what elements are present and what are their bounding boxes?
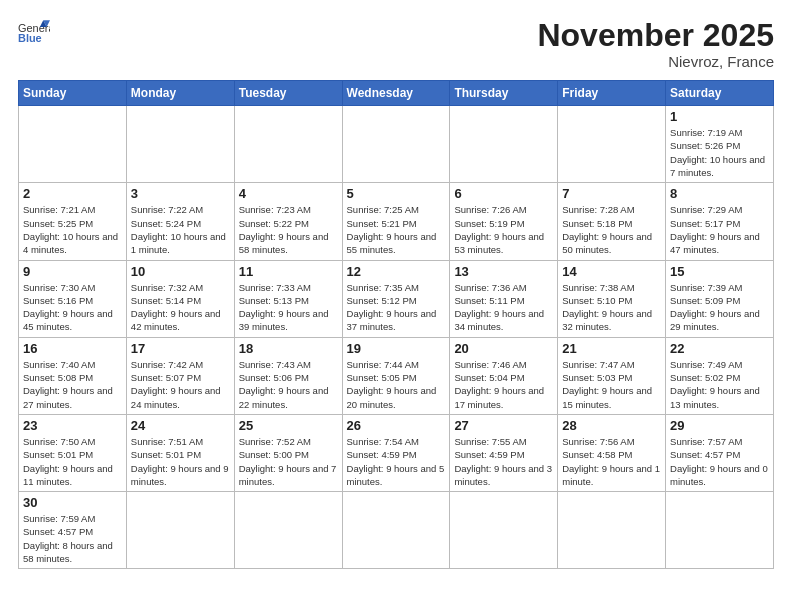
- day-info: Sunrise: 7:26 AMSunset: 5:19 PMDaylight:…: [454, 203, 553, 256]
- calendar-week-row: 23Sunrise: 7:50 AMSunset: 5:01 PMDayligh…: [19, 414, 774, 491]
- calendar-day-cell: [666, 492, 774, 569]
- calendar-table: SundayMondayTuesdayWednesdayThursdayFrid…: [18, 80, 774, 569]
- calendar-day-cell: 3Sunrise: 7:22 AMSunset: 5:24 PMDaylight…: [126, 183, 234, 260]
- calendar-day-cell: 27Sunrise: 7:55 AMSunset: 4:59 PMDayligh…: [450, 414, 558, 491]
- day-info: Sunrise: 7:29 AMSunset: 5:17 PMDaylight:…: [670, 203, 769, 256]
- day-of-week-header: Friday: [558, 81, 666, 106]
- day-number: 9: [23, 264, 122, 279]
- day-number: 2: [23, 186, 122, 201]
- day-number: 5: [347, 186, 446, 201]
- day-number: 29: [670, 418, 769, 433]
- svg-text:Blue: Blue: [18, 32, 42, 44]
- day-number: 22: [670, 341, 769, 356]
- day-info: Sunrise: 7:56 AMSunset: 4:58 PMDaylight:…: [562, 435, 661, 488]
- day-number: 19: [347, 341, 446, 356]
- header: General Blue November 2025 Nievroz, Fran…: [18, 18, 774, 70]
- calendar-day-cell: [558, 492, 666, 569]
- month-title: November 2025: [537, 18, 774, 53]
- calendar-day-cell: 23Sunrise: 7:50 AMSunset: 5:01 PMDayligh…: [19, 414, 127, 491]
- generalblue-logo-icon: General Blue: [18, 18, 50, 46]
- calendar-day-cell: 2Sunrise: 7:21 AMSunset: 5:25 PMDaylight…: [19, 183, 127, 260]
- calendar-day-cell: 18Sunrise: 7:43 AMSunset: 5:06 PMDayligh…: [234, 337, 342, 414]
- calendar-day-cell: 25Sunrise: 7:52 AMSunset: 5:00 PMDayligh…: [234, 414, 342, 491]
- day-info: Sunrise: 7:52 AMSunset: 5:00 PMDaylight:…: [239, 435, 338, 488]
- day-number: 16: [23, 341, 122, 356]
- day-number: 23: [23, 418, 122, 433]
- calendar-week-row: 30Sunrise: 7:59 AMSunset: 4:57 PMDayligh…: [19, 492, 774, 569]
- calendar-day-cell: 4Sunrise: 7:23 AMSunset: 5:22 PMDaylight…: [234, 183, 342, 260]
- day-number: 10: [131, 264, 230, 279]
- day-number: 20: [454, 341, 553, 356]
- calendar-day-cell: 17Sunrise: 7:42 AMSunset: 5:07 PMDayligh…: [126, 337, 234, 414]
- day-info: Sunrise: 7:35 AMSunset: 5:12 PMDaylight:…: [347, 281, 446, 334]
- day-of-week-header: Saturday: [666, 81, 774, 106]
- day-number: 18: [239, 341, 338, 356]
- calendar-day-cell: [342, 492, 450, 569]
- logo: General Blue: [18, 18, 50, 46]
- day-info: Sunrise: 7:59 AMSunset: 4:57 PMDaylight:…: [23, 512, 122, 565]
- calendar-day-cell: [450, 492, 558, 569]
- calendar-day-cell: 19Sunrise: 7:44 AMSunset: 5:05 PMDayligh…: [342, 337, 450, 414]
- day-info: Sunrise: 7:30 AMSunset: 5:16 PMDaylight:…: [23, 281, 122, 334]
- calendar-day-cell: [342, 106, 450, 183]
- day-of-week-header: Wednesday: [342, 81, 450, 106]
- day-info: Sunrise: 7:32 AMSunset: 5:14 PMDaylight:…: [131, 281, 230, 334]
- day-info: Sunrise: 7:25 AMSunset: 5:21 PMDaylight:…: [347, 203, 446, 256]
- calendar-day-cell: 8Sunrise: 7:29 AMSunset: 5:17 PMDaylight…: [666, 183, 774, 260]
- day-of-week-header: Monday: [126, 81, 234, 106]
- calendar-day-cell: 15Sunrise: 7:39 AMSunset: 5:09 PMDayligh…: [666, 260, 774, 337]
- day-number: 6: [454, 186, 553, 201]
- day-info: Sunrise: 7:42 AMSunset: 5:07 PMDaylight:…: [131, 358, 230, 411]
- day-of-week-header: Tuesday: [234, 81, 342, 106]
- day-number: 12: [347, 264, 446, 279]
- calendar-week-row: 2Sunrise: 7:21 AMSunset: 5:25 PMDaylight…: [19, 183, 774, 260]
- calendar-day-cell: 26Sunrise: 7:54 AMSunset: 4:59 PMDayligh…: [342, 414, 450, 491]
- calendar-day-cell: 20Sunrise: 7:46 AMSunset: 5:04 PMDayligh…: [450, 337, 558, 414]
- day-number: 8: [670, 186, 769, 201]
- calendar-day-cell: 7Sunrise: 7:28 AMSunset: 5:18 PMDaylight…: [558, 183, 666, 260]
- day-number: 3: [131, 186, 230, 201]
- day-of-week-header: Thursday: [450, 81, 558, 106]
- day-number: 7: [562, 186, 661, 201]
- day-info: Sunrise: 7:54 AMSunset: 4:59 PMDaylight:…: [347, 435, 446, 488]
- day-info: Sunrise: 7:39 AMSunset: 5:09 PMDaylight:…: [670, 281, 769, 334]
- day-number: 1: [670, 109, 769, 124]
- calendar-day-cell: [126, 106, 234, 183]
- calendar-day-cell: [19, 106, 127, 183]
- calendar-day-cell: [450, 106, 558, 183]
- day-number: 26: [347, 418, 446, 433]
- calendar-day-cell: 13Sunrise: 7:36 AMSunset: 5:11 PMDayligh…: [450, 260, 558, 337]
- day-number: 13: [454, 264, 553, 279]
- day-info: Sunrise: 7:23 AMSunset: 5:22 PMDaylight:…: [239, 203, 338, 256]
- calendar-day-cell: 29Sunrise: 7:57 AMSunset: 4:57 PMDayligh…: [666, 414, 774, 491]
- calendar-day-cell: 11Sunrise: 7:33 AMSunset: 5:13 PMDayligh…: [234, 260, 342, 337]
- day-info: Sunrise: 7:44 AMSunset: 5:05 PMDaylight:…: [347, 358, 446, 411]
- calendar-week-row: 1Sunrise: 7:19 AMSunset: 5:26 PMDaylight…: [19, 106, 774, 183]
- title-block: November 2025 Nievroz, France: [537, 18, 774, 70]
- day-info: Sunrise: 7:38 AMSunset: 5:10 PMDaylight:…: [562, 281, 661, 334]
- day-of-week-header: Sunday: [19, 81, 127, 106]
- day-info: Sunrise: 7:28 AMSunset: 5:18 PMDaylight:…: [562, 203, 661, 256]
- calendar-day-cell: 14Sunrise: 7:38 AMSunset: 5:10 PMDayligh…: [558, 260, 666, 337]
- day-info: Sunrise: 7:33 AMSunset: 5:13 PMDaylight:…: [239, 281, 338, 334]
- day-info: Sunrise: 7:36 AMSunset: 5:11 PMDaylight:…: [454, 281, 553, 334]
- day-number: 15: [670, 264, 769, 279]
- day-number: 28: [562, 418, 661, 433]
- page: General Blue November 2025 Nievroz, Fran…: [0, 0, 792, 612]
- calendar-header-row: SundayMondayTuesdayWednesdayThursdayFrid…: [19, 81, 774, 106]
- day-info: Sunrise: 7:49 AMSunset: 5:02 PMDaylight:…: [670, 358, 769, 411]
- day-number: 30: [23, 495, 122, 510]
- calendar-day-cell: 24Sunrise: 7:51 AMSunset: 5:01 PMDayligh…: [126, 414, 234, 491]
- day-number: 4: [239, 186, 338, 201]
- day-info: Sunrise: 7:57 AMSunset: 4:57 PMDaylight:…: [670, 435, 769, 488]
- day-number: 24: [131, 418, 230, 433]
- day-info: Sunrise: 7:40 AMSunset: 5:08 PMDaylight:…: [23, 358, 122, 411]
- day-info: Sunrise: 7:55 AMSunset: 4:59 PMDaylight:…: [454, 435, 553, 488]
- calendar-day-cell: 10Sunrise: 7:32 AMSunset: 5:14 PMDayligh…: [126, 260, 234, 337]
- calendar-day-cell: 28Sunrise: 7:56 AMSunset: 4:58 PMDayligh…: [558, 414, 666, 491]
- calendar-day-cell: [558, 106, 666, 183]
- calendar-day-cell: 30Sunrise: 7:59 AMSunset: 4:57 PMDayligh…: [19, 492, 127, 569]
- day-info: Sunrise: 7:22 AMSunset: 5:24 PMDaylight:…: [131, 203, 230, 256]
- day-number: 21: [562, 341, 661, 356]
- day-info: Sunrise: 7:21 AMSunset: 5:25 PMDaylight:…: [23, 203, 122, 256]
